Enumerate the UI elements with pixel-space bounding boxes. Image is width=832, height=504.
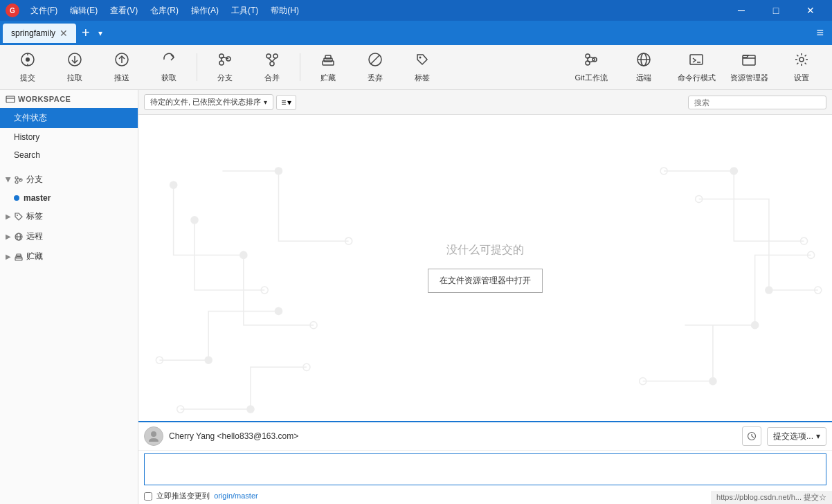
maximize-button[interactable]: □ [760,0,792,21]
pull-toolbar-button[interactable]: 拉取 [53,48,97,87]
push-branch-link[interactable]: origin/master [214,492,258,500]
menu-actions[interactable]: 操作(A) [186,2,224,19]
branches-icon [14,175,24,185]
minimize-button[interactable]: ─ [725,0,757,21]
menu-view[interactable]: 查看(V) [105,2,143,19]
merge-toolbar-button[interactable]: 合并 [250,48,294,87]
menu-help[interactable]: 帮助(H) [265,2,305,19]
stash-label: 贮藏 [26,251,43,262]
sidebar-history[interactable]: History [0,128,138,146]
search-input[interactable] [688,96,826,109]
stash-toolbar-button[interactable]: 贮藏 [306,48,350,87]
push-toolbar-button[interactable]: 推送 [100,48,144,87]
branch-toolbar-button[interactable]: 分支 [203,48,247,87]
svg-point-50 [240,251,247,258]
new-tab-button[interactable]: + [76,25,96,41]
svg-point-5 [26,57,30,62]
menu-bar: 文件(F) 编辑(E) 查看(V) 仓库(R) 操作(A) 工具(T) 帮助(H… [25,2,305,19]
close-button[interactable]: ✕ [795,0,826,21]
tags-section[interactable]: ▶ 标签 [0,206,138,226]
hamburger-menu[interactable]: ≡ [811,26,829,40]
tags-toolbar-button[interactable]: 标签 [400,48,444,87]
svg-point-57 [205,357,212,363]
commit-label: 提交 [20,73,35,83]
remote-icon [636,52,651,71]
commit-message-input[interactable] [144,453,826,485]
remote-section[interactable]: ▶ 远程 [0,226,138,246]
discard-toolbar-button[interactable]: 丢弃 [353,48,397,87]
commit-options-chevron: ▾ [816,431,820,441]
menu-repo[interactable]: 仓库(R) [145,2,184,19]
stash-icon [320,52,336,71]
content-search [688,96,826,109]
sidebar-branch-master[interactable]: master [0,190,138,206]
svg-point-60 [730,168,737,174]
branches-chevron: ▶ [5,177,12,183]
fetch-toolbar-button[interactable]: 获取 [147,48,191,87]
tab-close-icon[interactable]: ✕ [60,28,68,39]
tags-icon [415,52,430,71]
menu-file[interactable]: 文件(F) [25,2,63,19]
commit-time-button[interactable] [742,426,761,446]
git-flow-button[interactable]: Git工作流 [566,48,616,87]
user-name: Cherry Yang <hello833@163.com> [169,431,736,441]
push-icon [114,52,129,71]
commit-area: Cherry Yang <hello833@163.com> 提交选项... ▾ [138,421,832,504]
terminal-icon [689,52,704,71]
svg-rect-34 [743,55,755,65]
menu-tools[interactable]: 工具(T) [226,2,264,19]
tags-chevron: ▶ [6,213,11,220]
circuit-background [138,115,832,421]
window-controls: ─ □ ✕ [725,0,826,21]
svg-point-14 [266,54,271,58]
empty-state-message: 没什么可提交的 [446,243,524,258]
commit-options-label: 提交选项... [773,431,813,442]
branch-label: 分支 [217,73,233,83]
settings-button[interactable]: 设置 [777,48,826,87]
svg-point-11 [219,61,224,65]
git-flow-icon [584,52,599,71]
push-label: 推送 [114,73,129,83]
branches-section[interactable]: ▶ 分支 [0,170,138,190]
settings-icon [794,52,809,71]
svg-rect-48 [17,254,21,257]
fetch-label: 获取 [161,73,177,83]
separator-1 [197,53,197,81]
explorer-label: 资源管理器 [730,73,768,83]
pull-icon [67,52,82,71]
terminal-button[interactable]: 命令行模式 [671,48,721,87]
svg-text:G: G [10,7,15,15]
master-label: master [24,193,51,203]
sidebar-search[interactable]: Search [0,146,138,164]
stash-sidebar-icon [14,252,24,262]
explorer-button[interactable]: 资源管理器 [724,48,774,87]
svg-point-16 [270,62,274,66]
list-dropdown-icon: ▾ [287,98,291,107]
tab-bar: springfamily ✕ + ▾ ≡ [0,21,832,45]
svg-point-63 [766,287,772,294]
branches-label: 分支 [26,174,43,186]
svg-point-15 [273,54,278,58]
remote-button[interactable]: 远端 [619,48,669,87]
push-checkbox[interactable] [144,492,152,501]
tab-dropdown-icon[interactable]: ▾ [96,28,105,38]
svg-line-18 [272,58,275,62]
commit-toolbar-button[interactable]: 提交 [6,48,50,87]
master-dot [14,195,19,201]
filter-dropdown[interactable]: 待定的文件, 已依照文件状态排序 ▾ [144,94,273,110]
pull-label: 拉取 [67,73,82,83]
app-icon: G [6,3,19,17]
workspace-label: WORKSPACE [18,95,71,103]
tab-springfamily[interactable]: springfamily ✕ [3,24,76,43]
stash-section[interactable]: ▶ 贮藏 [0,246,138,267]
separator-2 [300,53,300,81]
sidebar-file-status[interactable]: 文件状态 [0,108,138,128]
svg-line-23 [371,55,379,64]
commit-options-button[interactable]: 提交选项... ▾ [767,427,826,446]
open-explorer-button[interactable]: 在文件资源管理器中打开 [428,269,543,293]
toolbar-right: Git工作流 远端 命令行模式 [566,48,826,87]
tags-label: 标签 [26,210,43,222]
menu-edit[interactable]: 编辑(E) [64,2,103,19]
commit-footer: 立即推送变更到 origin/master https://pblog.csdn… [138,488,832,504]
list-view-button[interactable]: ≡ ▾ [276,95,296,110]
